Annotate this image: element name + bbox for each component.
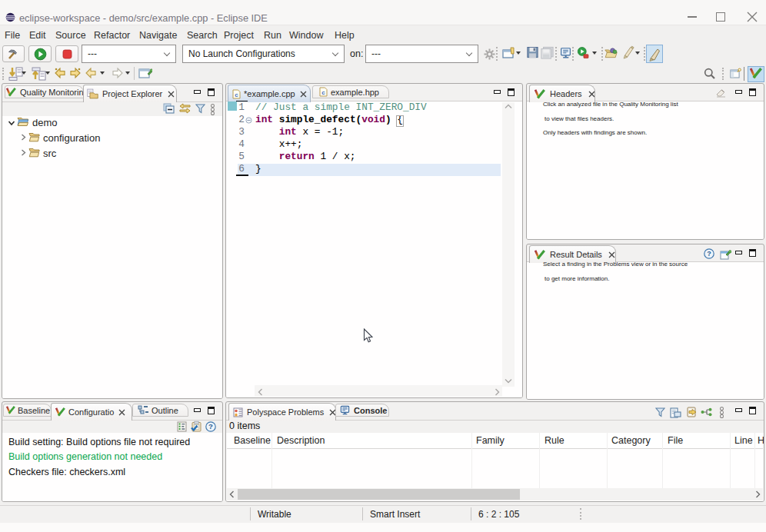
svg-text:c: c <box>321 89 325 96</box>
svg-text:?: ? <box>208 422 213 431</box>
svg-text:c: c <box>235 91 238 98</box>
svg-text:?: ? <box>707 250 711 258</box>
